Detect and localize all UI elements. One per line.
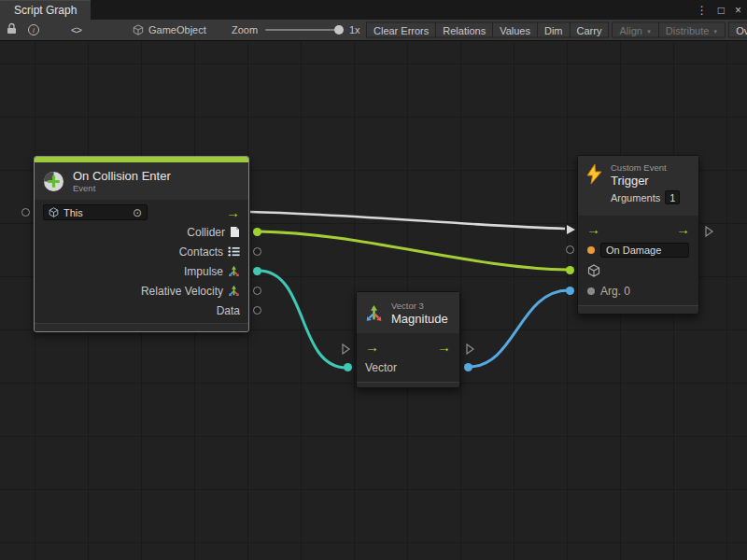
wire-magnitude-to-arg0[interactable] [469,290,569,367]
zoom-label: Zoom [232,24,258,35]
float-window-icon[interactable]: □ [718,5,725,16]
carry-button[interactable]: Carry [570,22,610,38]
event-name-field[interactable]: On Damage [600,243,689,258]
event-name-value: On Damage [606,245,661,256]
flow-in-arrow-icon: → [365,341,379,354]
node-trigger-custom-event[interactable]: Custom Event Trigger Arguments 1 → → On … [577,155,699,315]
toolbar-buttons: Clear Errors Relations Values Dim Carry … [367,22,747,38]
node-category: Custom Event [611,162,690,174]
caret-down-icon: ▼ [646,28,652,34]
menu-icon[interactable]: ⋮ [697,5,708,16]
vector3-icon [228,285,240,297]
node-title: Magnitude [391,312,448,326]
zoom-value: 1x [349,24,360,35]
relations-button[interactable]: Relations [435,22,493,38]
wire-impulse-to-vector[interactable] [259,271,346,368]
node-footer [35,323,248,331]
string-port-dot [587,246,595,254]
node-vector3-magnitude[interactable]: Vector 3 Magnitude → → Vector [356,291,460,388]
flow-out-arrow-icon: → [226,206,240,219]
target-field[interactable]: This ⊙ [43,204,148,220]
flow-in-arrow-icon: → [586,223,600,236]
node-subtitle: Event [73,183,171,194]
node-title: On Collision Enter [73,169,171,183]
arguments-label: Arguments [611,192,660,203]
vector3-icon [228,265,240,277]
flow-in-port[interactable] [342,342,350,353]
port-data-out[interactable] [253,306,261,315]
clear-errors-button[interactable]: Clear Errors [366,22,436,38]
port-impulse-out[interactable] [253,267,261,275]
flow-out-port[interactable] [705,224,713,235]
port-target-in[interactable] [566,266,574,274]
port-event-name-in[interactable] [566,245,574,254]
gameobject-label: GameObject [148,24,206,35]
node-category: Vector 3 [391,301,448,312]
node-footer [357,382,459,387]
port-vector-in[interactable] [344,363,352,371]
lightning-icon [586,164,602,185]
port-label-data: Data [217,304,240,317]
lock-icon[interactable] [7,21,17,38]
graph-canvas[interactable]: On Collision Enter Event This ⊙ → Collid… [0,41,747,560]
align-dropdown[interactable]: Align▼ [612,22,658,38]
port-relative-velocity-out[interactable] [253,287,261,295]
arguments-count-field[interactable]: 1 [665,190,680,204]
port-label-arg0: Arg. 0 [600,285,630,298]
wire-collider-to-target[interactable] [259,231,569,270]
flow-in-port-connected[interactable] [567,225,575,234]
collision-event-icon [43,171,64,192]
gameobject-icon [133,24,144,35]
port-magnitude-out[interactable] [464,363,472,371]
zoom-slider[interactable] [265,29,342,31]
node-on-collision-enter[interactable]: On Collision Enter Event This ⊙ → Collid… [34,156,249,332]
graph-owner[interactable]: GameObject [133,24,206,35]
wire-flow[interactable] [250,212,565,229]
vector3-icon [365,304,383,322]
document-icon [230,226,240,238]
flow-out-arrow-icon: → [437,341,451,354]
code-icon[interactable]: <> [71,24,81,35]
tab-script-graph[interactable]: Script Graph [0,0,91,20]
port-contacts-out[interactable] [253,247,261,256]
overview-button[interactable]: Overv [728,22,747,38]
gameobject-icon [49,207,59,217]
port-label-collider: Collider [187,226,225,239]
port-label-relative-velocity: Relative Velocity [141,285,223,298]
gameobject-icon [587,264,600,277]
port-label-contacts: Contacts [179,245,223,259]
tab-title: Script Graph [14,4,77,17]
window-controls: ⋮ □ × [697,0,741,20]
flow-out-port[interactable] [466,342,474,353]
port-target-in[interactable] [21,208,30,217]
list-icon [228,246,240,257]
node-title: Trigger [611,174,690,188]
caret-down-icon: ▼ [712,28,718,34]
port-arg0-in[interactable] [566,287,574,295]
target-value: This [63,207,83,218]
tab-bar: Script Graph ⋮ □ × [0,0,747,20]
close-icon[interactable]: × [735,5,741,16]
target-picker-icon[interactable]: ⊙ [133,207,142,218]
port-label-impulse: Impulse [184,265,223,278]
arg-port-dot [587,287,595,295]
node-footer [578,305,698,314]
port-label-vector: Vector [365,361,397,374]
info-icon[interactable]: i [28,24,39,35]
port-collider-out[interactable] [253,228,261,236]
graph-toolbar: i <> GameObject Zoom 1x Clear Errors Rel… [0,20,747,41]
distribute-dropdown[interactable]: Distribute▼ [658,22,726,38]
flow-out-arrow-icon: → [676,223,690,236]
values-button[interactable]: Values [492,22,538,38]
dim-button[interactable]: Dim [537,22,571,38]
zoom-slider-handle[interactable] [334,25,344,35]
